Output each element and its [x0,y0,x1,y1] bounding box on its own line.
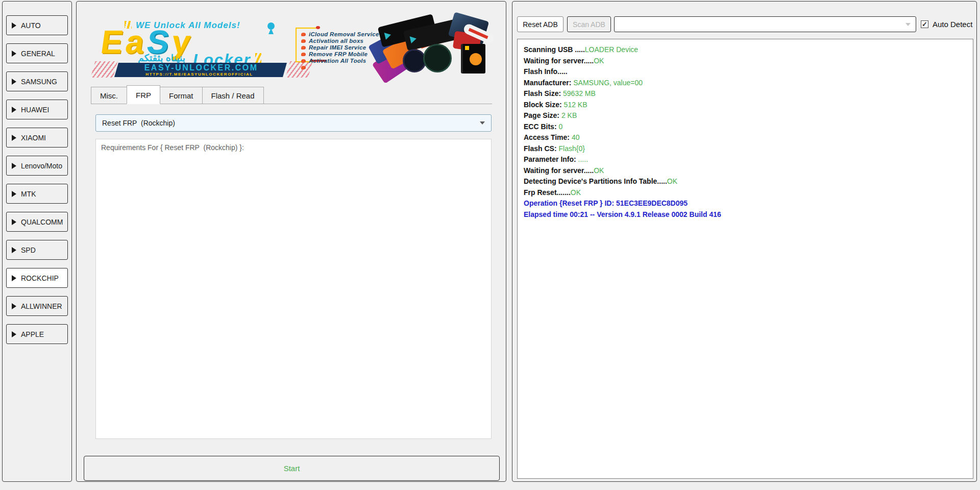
log-line-elapsed-version: Elapsed time 00:21 -- Version 4.9.1 Rele… [524,209,967,220]
service-item: Activation all boxs [301,38,379,44]
tab-frp[interactable]: FRP [127,85,160,104]
log-line: Scanning USB .....LOADER Device [524,44,967,56]
tab-misc[interactable]: Misc. [91,87,127,104]
expander-arrow-icon [12,163,16,169]
auto-detect-checkbox[interactable]: ✓ [921,20,928,28]
disc-logo [423,44,452,72]
expander-arrow-icon [12,275,16,281]
log-line-operation-id: Operation {Reset FRP } ID: 51EC3EE9DEC8D… [524,198,967,209]
bullet-icon [301,46,306,50]
log-line: Access Time: 40 [524,132,967,143]
requirements-text: Requirements For { Reset FRP (Rockchip) … [101,143,486,152]
disc-logo [403,49,426,72]
bullet-icon [301,66,306,69]
sidebar-item-apple[interactable]: APPLE [6,324,68,344]
banner-services-list: iCloud Removal Service Activation all bo… [301,31,379,71]
log-line: Block Size: 512 KB [524,100,967,111]
log-line: Flash Size: 59632 MB [524,88,967,100]
sidebar-item-lenovo-moto[interactable]: Lenovo/Moto [6,156,68,176]
expander-arrow-icon [12,331,16,337]
brand-sidebar: AUTO GENERAL SAMSUNG HUAWEI XIAOMI Lenov… [2,1,72,482]
sidebar-item-general[interactable]: GENERAL [6,43,68,63]
log-output: Scanning USB .....LOADER Device Waiting … [517,39,973,479]
sidebar-item-samsung[interactable]: SAMSUNG [6,71,68,91]
app-banner: WE Unlock All Models! EaSy بنيناه بثقتكم… [95,15,489,77]
log-line: Manufacturer: SAMSUNG, value=00 [524,78,967,89]
log-line: ECC Bits: 0 [524,121,967,133]
sidebar-item-mtk[interactable]: MTK [6,184,68,204]
log-line: Page Size: 2 KB [524,110,967,121]
log-line: Waiting for server.....OK [524,56,967,67]
banner-telegram: HTTPS://T.ME/EASYUNLOCKEROFFICIAL [115,72,284,77]
frp-operation-dropdown[interactable]: Reset FRP (Rockchip) [95,114,492,132]
log-line: Parameter Info: ..... [524,154,967,165]
chevron-down-icon [480,121,485,125]
expander-arrow-icon [12,79,16,85]
scan-adb-button[interactable]: Scan ADB [567,16,611,32]
operation-tabs: Misc. FRP Format Flash / Read [91,85,492,104]
requirements-box: Requirements For { Reset FRP (Rockchip) … [95,139,492,439]
sidebar-item-huawei[interactable]: HUAWEI [6,100,68,119]
reset-adb-button[interactable]: Reset ADB [517,16,564,32]
bullet-icon [301,39,306,43]
sidebar-item-rockchip[interactable]: ROCKCHIP [6,268,68,288]
checkmark-icon: ✓ [922,21,927,28]
bullet-icon [301,53,306,56]
expander-arrow-icon [12,51,16,57]
log-line: Waiting for server.....OK [524,165,967,177]
expander-arrow-icon [12,219,16,225]
expander-arrow-icon [12,135,16,141]
expander-arrow-icon [12,191,16,197]
log-line: Detecting Device's Partitions Info Table… [524,176,967,187]
device-dropdown[interactable] [614,16,916,32]
operations-panel: WE Unlock All Models! EaSy بنيناه بثقتكم… [76,1,506,482]
banner-arabic-slogan: بنيناه بثقتكم [127,52,185,64]
expander-arrow-icon [12,303,16,309]
expander-arrow-icon [12,22,16,29]
tab-flash-read[interactable]: Flash / Read [202,87,264,104]
start-button[interactable]: Start [84,456,500,481]
frp-operation-value: Reset FRP (Rockchip) [102,119,480,127]
sidebar-item-spd[interactable]: SPD [6,240,68,260]
keyhole-icon [267,22,275,30]
service-item: Repair IMEI Service [301,44,379,51]
service-item: Remove FRP Mobile [301,51,379,57]
service-item [301,64,379,70]
log-line: Frp Reset.......OK [524,187,967,199]
sidebar-item-allwinner[interactable]: ALLWINNER [6,296,68,316]
banner-stripes-decor [90,61,117,78]
start-button-label: Start [284,464,300,473]
expander-arrow-icon [12,107,16,113]
bullet-icon [301,59,306,63]
banner-cards-collage [373,15,491,77]
sidebar-item-xiaomi[interactable]: XIAOMI [6,128,68,148]
expander-arrow-icon [12,247,16,253]
banner-website: EASY-UNLOCKER.COM [117,64,285,72]
chevron-down-icon [905,23,911,26]
log-panel: Reset ADB Scan ADB ✓ Auto Detect Scannin… [512,1,977,482]
log-line: Flash CS: Flash{0} [524,143,967,155]
service-item: iCloud Removal Service [301,31,379,37]
auto-detect-label: Auto Detect [933,17,972,32]
bullet-icon [301,33,306,36]
log-line: Flash Info..... [524,66,967,78]
dongle-box [461,44,485,74]
banner-website-ribbon: EASY-UNLOCKER.COM HTTPS://T.ME/EASYUNLOC… [114,63,287,77]
tab-format[interactable]: Format [160,87,203,104]
service-item: Activation All Tools [301,58,379,64]
sidebar-item-qualcomm[interactable]: QUALCOMM [6,212,68,232]
sidebar-item-auto[interactable]: AUTO [6,15,68,35]
